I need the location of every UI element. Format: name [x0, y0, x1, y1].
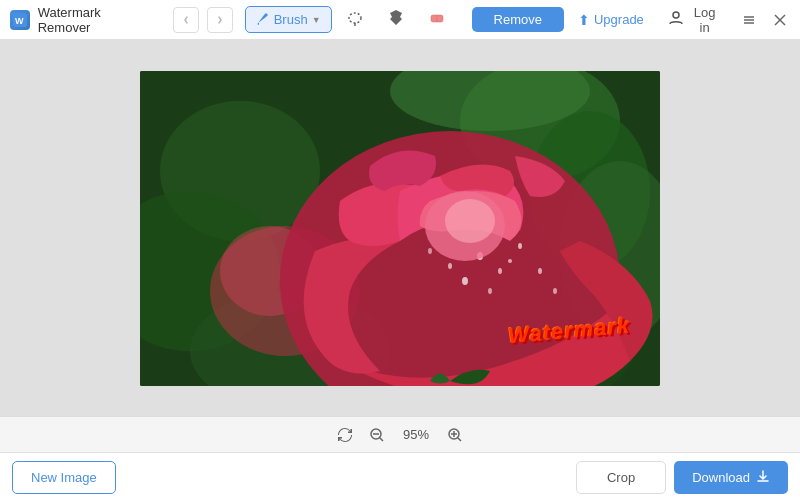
- svg-line-35: [380, 437, 384, 441]
- lasso-tool-button[interactable]: [336, 5, 374, 34]
- upgrade-button[interactable]: ⬆ Upgrade: [572, 8, 650, 32]
- svg-point-26: [462, 277, 468, 285]
- zoom-out-button[interactable]: [366, 424, 388, 446]
- pin-icon: [389, 10, 403, 29]
- svg-point-24: [518, 243, 522, 249]
- app-logo: W: [10, 10, 30, 30]
- svg-text:W: W: [15, 16, 24, 26]
- action-bar: New Image Crop Download: [0, 452, 800, 502]
- rotate-button[interactable]: [334, 424, 356, 446]
- download-icon: [756, 469, 770, 486]
- zoom-in-button[interactable]: [444, 424, 466, 446]
- upgrade-label: Upgrade: [594, 12, 644, 27]
- login-button[interactable]: Log in: [662, 1, 728, 39]
- eraser-tool-button[interactable]: [418, 6, 456, 33]
- svg-point-23: [498, 268, 502, 274]
- brush-icon: [256, 11, 270, 28]
- zoom-level-text: 95%: [398, 427, 434, 442]
- download-button[interactable]: Download: [674, 461, 788, 494]
- new-image-button[interactable]: New Image: [12, 461, 116, 494]
- pin-tool-button[interactable]: [378, 5, 414, 34]
- rose-image: Watermark: [140, 71, 660, 386]
- svg-point-30: [538, 268, 542, 274]
- main-content: Watermark 95%: [0, 40, 800, 452]
- download-label: Download: [692, 470, 750, 485]
- titlebar-right: ⬆ Upgrade Log in: [572, 1, 790, 39]
- remove-button[interactable]: Remove: [472, 7, 564, 32]
- svg-point-2: [349, 13, 361, 23]
- svg-point-4: [673, 12, 679, 18]
- upgrade-icon: ⬆: [578, 12, 590, 28]
- brush-chevron-icon: ▼: [312, 15, 321, 25]
- nav-back-button[interactable]: [173, 7, 199, 33]
- svg-point-28: [508, 259, 512, 263]
- toolbar-tools: Brush ▼: [245, 5, 456, 34]
- lasso-icon: [347, 10, 363, 29]
- image-container: Watermark: [140, 71, 660, 386]
- svg-point-31: [553, 288, 557, 294]
- brush-tool-label: Brush: [274, 12, 308, 27]
- menu-button[interactable]: [739, 10, 758, 30]
- nav-forward-button[interactable]: [207, 7, 233, 33]
- login-icon: [668, 10, 684, 29]
- svg-point-25: [448, 263, 452, 269]
- crop-button[interactable]: Crop: [576, 461, 666, 494]
- eraser-icon: [429, 11, 445, 28]
- brush-tool-button[interactable]: Brush ▼: [245, 6, 332, 33]
- svg-point-29: [428, 248, 432, 254]
- status-bar: 95%: [0, 416, 800, 452]
- titlebar: W Watermark Remover Brush ▼: [0, 0, 800, 40]
- close-button[interactable]: [771, 10, 790, 30]
- canvas-area[interactable]: Watermark: [0, 40, 800, 416]
- app-title: Watermark Remover: [38, 5, 156, 35]
- svg-point-33: [445, 199, 495, 243]
- svg-point-27: [488, 288, 492, 294]
- right-actions: Crop Download: [576, 461, 788, 494]
- svg-line-38: [458, 437, 462, 441]
- login-label: Log in: [688, 5, 722, 35]
